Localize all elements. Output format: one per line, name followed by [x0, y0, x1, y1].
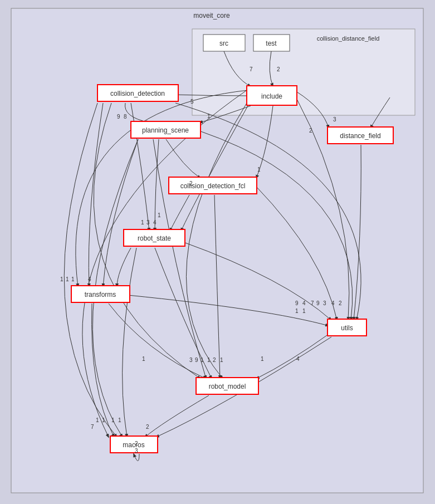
collision-detection-node-label[interactable]: collision_detection [110, 90, 165, 97]
edge-label-1o: 1 [96, 417, 99, 423]
edge-label-3c: 3 [323, 300, 326, 306]
edge-label-4b: 4 [88, 276, 91, 282]
robot-model-node-label[interactable]: robot_model [209, 383, 246, 390]
distance-field-node-label[interactable]: distance_field [340, 132, 380, 140]
edge-label-1q: 1 [111, 417, 115, 423]
src-label: src [219, 40, 228, 47]
utils-node-label[interactable]: utils [341, 324, 353, 332]
edge-label-2f: 2 [146, 424, 149, 430]
edge-label-1h: 1 [295, 308, 299, 314]
edge-label-1f: 1 [66, 276, 69, 282]
edge-label-1n: 1 [142, 356, 145, 362]
edge-label-2d: 2 [339, 300, 342, 306]
edge-label-9c: 9 [316, 300, 320, 306]
edge-label-9b: 9 [295, 300, 299, 306]
edge-label-4a: 4 [153, 219, 157, 226]
edge-label-2b: 2 [309, 128, 312, 134]
edge-label-3b: 3 [146, 219, 150, 226]
edge-label-1d: 1 [158, 212, 161, 218]
edge-label-3e: 3 [135, 448, 138, 454]
edge-label-1a: 1 [207, 113, 211, 119]
edge-label-4c: 4 [302, 300, 306, 306]
planning-scene-node-label[interactable]: planning_scene [142, 126, 189, 134]
collision-distance-field-label: collision_distance_field [317, 35, 380, 42]
edge-label-8: 8 [124, 114, 127, 120]
title-label: moveit_core [193, 12, 230, 19]
edge-label-7b: 7 [311, 300, 314, 306]
edge-label-9d: 9 [195, 357, 198, 363]
edge-label-1l: 1 [220, 357, 223, 363]
edge-label-1c: 1 [141, 219, 144, 226]
edge-label-1g: 1 [71, 276, 75, 282]
edge-label-4e: 4 [296, 356, 300, 362]
edge-label-7c: 7 [91, 424, 94, 430]
edge-label-1m: 1 [261, 356, 264, 362]
transforms-node-label[interactable]: transforms [85, 291, 116, 299]
edge-label-1r: 1 [118, 417, 121, 423]
macros-node-label[interactable]: macros [123, 441, 144, 449]
edge-label-5: 5 [190, 99, 194, 105]
edge-label-2g: 2 [135, 441, 138, 447]
edge-label-1i: 1 [302, 308, 306, 314]
edge-label-7-src-include: 7 [250, 66, 253, 72]
edge-label-9a: 9 [117, 114, 120, 120]
edge-label-1p: 1 [102, 417, 105, 423]
include-node-label[interactable]: include [261, 92, 282, 100]
edge-label-2-test-include: 2 [277, 66, 280, 72]
edge-label-3a: 3 [333, 116, 336, 123]
test-label: test [266, 40, 277, 47]
edge-label-2e: 2 [213, 357, 216, 363]
robot-state-node-label[interactable]: robot_state [138, 234, 171, 242]
edge-label-1b: 1 [257, 167, 261, 173]
edge-label-3d: 3 [189, 357, 193, 363]
edge-label-2c: 2 [189, 180, 193, 187]
edge-label-1j: 1 [201, 357, 204, 363]
edge-label-1k: 1 [207, 357, 211, 363]
edge-label-4d: 4 [331, 300, 335, 306]
edge-label-1e: 1 [60, 276, 63, 282]
